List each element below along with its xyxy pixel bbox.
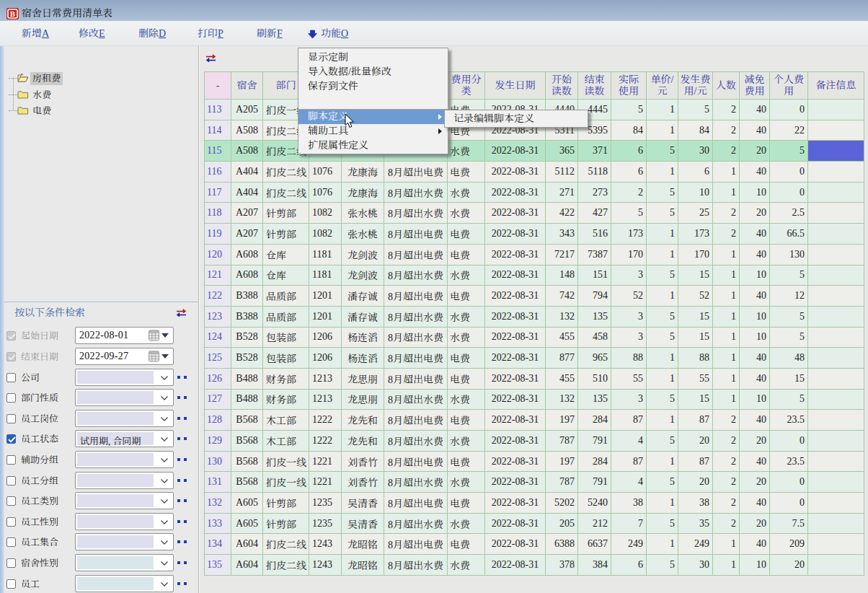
cell[interactable]: 2 [713,203,740,224]
combo-select-员工类别[interactable] [75,492,174,509]
checkbox-员工集合[interactable] [6,537,16,547]
checkbox-公司[interactable] [6,373,16,382]
filter-swap-icon[interactable] [177,309,186,317]
menu-item-显示定制[interactable]: 显示定制 [298,50,448,65]
cell[interactable]: 1 [647,410,678,431]
cell[interactable]: 2 [713,120,740,141]
combo-select-部门性质[interactable] [75,389,174,406]
cell[interactable]: 48 [770,348,808,369]
cell[interactable]: 1221 [309,472,342,493]
table-row-128[interactable]: 128B568木工部1222龙先和8月超出电费电费2022-08-3119728… [205,410,864,431]
cell[interactable]: 130 [205,452,231,473]
column-header-16[interactable]: 备注信息 [808,72,864,100]
cell[interactable]: 116 [205,162,231,183]
cell[interactable]: 427 [578,203,611,224]
cell[interactable]: 5 [611,203,647,224]
cell[interactable] [808,555,864,576]
more-options-button[interactable] [177,540,189,544]
table-row-119[interactable]: 119A207针剪部1082张水桃8月超出电费电费2022-08-3134351… [205,224,864,245]
more-options-button[interactable] [177,376,189,379]
cell[interactable]: 212 [578,514,611,535]
cell[interactable]: 2022-08-31 [485,141,546,162]
cell[interactable]: 刘香竹 [342,452,384,473]
chevron-down-icon[interactable] [161,561,168,566]
cell[interactable]: 1181 [309,245,342,265]
cell[interactable]: 1201 [309,307,342,328]
cell[interactable]: 249 [611,534,647,555]
cell[interactable]: 2022-08-31 [485,203,546,224]
cell[interactable]: 2 [713,431,740,452]
cell[interactable]: 5 [770,307,808,328]
cell[interactable]: 2022-08-31 [485,265,546,286]
cell[interactable]: 4 [611,431,647,452]
more-options-button[interactable] [177,458,189,462]
more-options-button[interactable] [177,520,189,524]
cell[interactable]: 2022-08-31 [485,307,546,328]
chevron-down-icon[interactable] [161,396,168,400]
cell[interactable] [808,390,864,410]
cell[interactable]: 5 [770,141,808,162]
cell[interactable]: 7387 [578,245,611,265]
chevron-down-icon[interactable] [161,479,168,483]
cell[interactable]: 15 [678,328,713,348]
cell[interactable]: 1243 [309,534,342,555]
table-row-123[interactable]: 123B388品质部1201潘存诚8月超出水费水费2022-08-3113213… [205,307,864,328]
cell[interactable]: 132 [546,307,578,328]
date-input-起始日期[interactable]: 2022-08-01 [75,327,174,344]
cell[interactable]: 121 [205,265,231,286]
cell[interactable]: 40 [740,286,770,307]
cell[interactable]: 170 [678,245,713,265]
cell[interactable]: 仓库 [263,245,309,265]
cell[interactable]: 2 [713,224,740,245]
cell[interactable]: 水费 [448,183,485,203]
cell[interactable]: 1 [647,369,678,390]
cell[interactable]: 8月超出水费 [384,203,448,224]
cell[interactable]: 197 [546,452,578,473]
cell[interactable]: A605 [231,514,263,535]
cell[interactable]: 791 [578,431,611,452]
combo-select-宿舍性别[interactable] [75,554,174,571]
cell[interactable]: 132 [546,390,578,410]
menu-item-扩展属性定义[interactable]: 扩展属性定义 [298,139,448,153]
cell[interactable]: 52 [611,286,647,307]
cell[interactable]: 杨连滔 [342,328,384,348]
cell[interactable]: 23.5 [770,410,808,431]
cell[interactable]: 2022-08-31 [485,348,546,369]
cell[interactable]: 794 [578,286,611,307]
cell[interactable]: 潘存诚 [342,307,384,328]
table-row-135[interactable]: 135A604扪皮二线1243龙昭铭8月超出水费水费2022-08-313783… [205,555,864,576]
cell[interactable]: 针剪部 [263,224,309,245]
cell[interactable]: 1181 [309,265,342,286]
cell[interactable]: B568 [231,431,263,452]
cell[interactable] [808,286,864,307]
cell[interactable]: 吴清香 [342,493,384,514]
cell[interactable]: 371 [578,141,611,162]
cell[interactable]: 电费 [448,369,485,390]
cell[interactable] [808,328,864,348]
cell[interactable]: 40 [740,369,770,390]
cell[interactable]: 135 [578,390,611,410]
cell[interactable]: 4 [611,472,647,493]
table-row-130[interactable]: 130B568扪皮一线1221刘香竹8月超出电费电费2022-08-311972… [205,452,864,473]
cell[interactable]: 1 [713,183,740,203]
cell[interactable]: 木工部 [263,431,309,452]
cell[interactable]: 扪皮二线 [263,555,309,576]
cell[interactable]: 458 [578,328,611,348]
cell[interactable]: 787 [546,431,578,452]
cell[interactable]: 2022-08-31 [485,245,546,265]
cell[interactable]: 10 [740,307,770,328]
cell[interactable]: 133 [205,514,231,535]
checkbox-员工类别[interactable] [6,496,16,506]
chevron-down-icon[interactable] [161,582,168,587]
cell[interactable] [808,120,864,141]
cell[interactable]: 510 [578,369,611,390]
cell[interactable]: 1 [647,493,678,514]
cell[interactable]: 1213 [309,369,342,390]
chevron-down-icon[interactable] [161,376,168,380]
cell[interactable]: 2022-08-31 [485,534,546,555]
cell[interactable]: 8月超出电费 [384,162,448,183]
cell[interactable]: 包装部 [263,328,309,348]
cell[interactable]: 1222 [309,431,342,452]
cell[interactable]: 5 [647,307,678,328]
cell[interactable]: 品质部 [263,307,309,328]
